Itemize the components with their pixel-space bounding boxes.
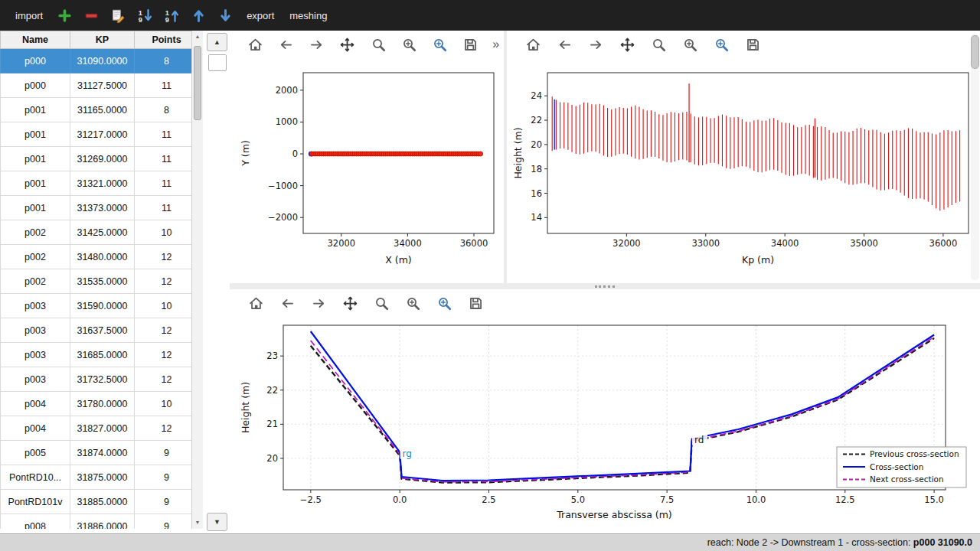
- table-scrollbar-thumb[interactable]: [194, 46, 201, 120]
- pager-thumb[interactable]: [208, 54, 227, 71]
- points-cell[interactable]: 11: [135, 122, 192, 147]
- name-cell[interactable]: p003: [1, 343, 70, 367]
- zoom-button[interactable]: [372, 294, 390, 312]
- meshing-button[interactable]: meshing: [286, 10, 330, 21]
- kp-cell[interactable]: 31480.0000: [70, 245, 135, 269]
- name-cell[interactable]: p002: [1, 269, 70, 294]
- horizontal-splitter[interactable]: [230, 283, 980, 289]
- name-cell[interactable]: p004: [1, 392, 70, 416]
- points-cell[interactable]: 12: [135, 245, 192, 269]
- home-button[interactable]: [247, 294, 265, 312]
- points-cell[interactable]: 8: [135, 49, 192, 73]
- points-cell[interactable]: 10: [135, 220, 192, 245]
- back-button[interactable]: [277, 35, 295, 54]
- table-row[interactable]: PontRD10...31875.00009: [1, 465, 192, 490]
- name-cell[interactable]: p001: [1, 171, 70, 196]
- table-row[interactable]: p00231425.000010: [1, 220, 192, 245]
- customize-button[interactable]: [712, 35, 730, 54]
- edit-button[interactable]: [109, 6, 127, 24]
- subplots-button[interactable]: [403, 294, 422, 312]
- scrollbar-up-arrow[interactable]: ▲: [192, 32, 203, 41]
- kp-cell[interactable]: 31732.5000: [70, 367, 135, 392]
- kp-cell[interactable]: 31165.0000: [70, 98, 135, 122]
- scrollbar-thumb[interactable]: [971, 35, 979, 69]
- subplots-button[interactable]: [400, 35, 418, 54]
- table-row[interactable]: p00031127.500011: [1, 73, 192, 98]
- kp-cell[interactable]: 31090.0000: [70, 49, 135, 73]
- points-cell[interactable]: 12: [135, 318, 192, 343]
- name-cell[interactable]: p003: [1, 318, 70, 343]
- back-button[interactable]: [555, 35, 573, 54]
- table-row[interactable]: p00031090.00008: [1, 49, 192, 73]
- name-cell[interactable]: p000: [1, 73, 70, 98]
- toolbar-overflow-button[interactable]: »: [492, 37, 499, 51]
- pan-button[interactable]: [341, 294, 359, 312]
- table-row[interactable]: p00331685.000012: [1, 343, 192, 367]
- name-cell[interactable]: p008: [1, 514, 70, 530]
- name-cell[interactable]: p000: [1, 49, 70, 73]
- kp-cell[interactable]: 31685.0000: [70, 343, 135, 367]
- points-cell[interactable]: 9: [135, 514, 192, 530]
- name-cell[interactable]: p003: [1, 367, 70, 392]
- subplots-button[interactable]: [681, 35, 699, 54]
- table-row[interactable]: p00131217.000011: [1, 122, 192, 147]
- scrollbar-down-arrow[interactable]: ▼: [192, 518, 203, 527]
- kp-cell[interactable]: 31590.0000: [70, 294, 135, 318]
- back-button[interactable]: [278, 294, 296, 312]
- zoom-button[interactable]: [370, 35, 387, 54]
- table-row[interactable]: p00231535.000012: [1, 269, 192, 294]
- points-cell[interactable]: 12: [135, 269, 192, 294]
- name-cell[interactable]: p001: [1, 122, 70, 147]
- sort-descending-button[interactable]: 19: [136, 6, 154, 24]
- customize-button[interactable]: [435, 294, 453, 312]
- home-button[interactable]: [524, 35, 542, 54]
- kp-cell[interactable]: 31875.0000: [70, 465, 135, 490]
- kp-cell[interactable]: 31321.0000: [70, 171, 135, 196]
- table-scrollbar[interactable]: ▲ ▼: [191, 31, 203, 529]
- sort-ascending-button[interactable]: 19: [162, 6, 181, 24]
- save-button[interactable]: [743, 35, 762, 54]
- splitter-grip[interactable]: [595, 285, 615, 288]
- kp-cell[interactable]: 31827.0000: [70, 416, 135, 441]
- kp-cell[interactable]: 31217.0000: [70, 122, 135, 147]
- points-cell[interactable]: 11: [135, 171, 192, 196]
- customize-button[interactable]: [431, 35, 449, 54]
- name-cell[interactable]: p001: [1, 98, 70, 122]
- remove-button[interactable]: [82, 6, 100, 24]
- column-header-points[interactable]: Points: [135, 31, 192, 49]
- table-row[interactable]: p00131269.000011: [1, 147, 192, 171]
- points-cell[interactable]: 12: [135, 416, 192, 441]
- kp-cell[interactable]: 31637.5000: [70, 318, 135, 343]
- zoom-button[interactable]: [649, 35, 668, 54]
- table-row[interactable]: p00131321.000011: [1, 171, 192, 196]
- vertical-scrollbar[interactable]: [971, 34, 979, 280]
- points-cell[interactable]: 10: [135, 294, 192, 318]
- table-row[interactable]: p00131373.000011: [1, 196, 192, 220]
- cross-section-plot[interactable]: −2.50.02.55.07.510.012.515.020212223Tran…: [230, 317, 980, 533]
- add-button[interactable]: [55, 6, 74, 24]
- kp-cell[interactable]: 31885.0000: [70, 490, 135, 514]
- import-button[interactable]: import: [12, 10, 46, 21]
- points-cell[interactable]: 11: [135, 73, 192, 98]
- table-row[interactable]: p00331732.500012: [1, 367, 192, 392]
- name-cell[interactable]: p003: [1, 294, 70, 318]
- page-up-button[interactable]: ▲: [207, 33, 227, 51]
- points-cell[interactable]: 11: [135, 196, 192, 220]
- table-row[interactable]: p00231480.000012: [1, 245, 192, 269]
- name-cell[interactable]: PontRD101v: [1, 490, 70, 514]
- kp-cell[interactable]: 31269.0000: [70, 147, 135, 171]
- column-header-kp[interactable]: KP: [70, 31, 135, 49]
- name-cell[interactable]: p001: [1, 196, 70, 220]
- export-button[interactable]: export: [243, 10, 277, 21]
- points-cell[interactable]: 11: [135, 147, 192, 171]
- points-cell[interactable]: 9: [135, 441, 192, 465]
- points-cell[interactable]: 10: [135, 392, 192, 416]
- plan-view-plot[interactable]: 320003400036000−2000−1000010002000X (m)Y…: [230, 58, 504, 283]
- kp-cell[interactable]: 31425.0000: [70, 220, 135, 245]
- table-row[interactable]: p00531874.00009: [1, 441, 192, 465]
- table-row[interactable]: p00831886.00009: [1, 514, 192, 530]
- name-cell[interactable]: p001: [1, 147, 70, 171]
- forward-button[interactable]: [309, 294, 328, 312]
- table-row[interactable]: p00331590.000010: [1, 294, 192, 318]
- pan-button[interactable]: [338, 35, 356, 54]
